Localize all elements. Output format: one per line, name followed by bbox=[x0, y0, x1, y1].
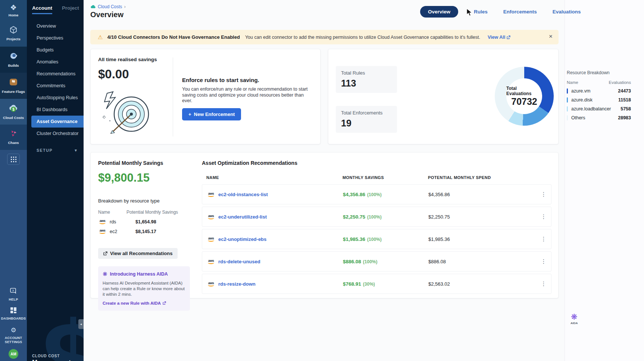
breakdown-subtitle: Breakdown by resource type bbox=[98, 198, 191, 204]
table-row[interactable]: awsrds-delete-unused $886.08(100%) $886.… bbox=[202, 251, 551, 271]
rail-item-help[interactable]: ? HELP bbox=[0, 285, 27, 304]
view-all-recommendations-button[interactable]: View all Recommendations bbox=[98, 248, 178, 259]
resource-breakdown: Resource Breakdown Name Evaluations azur… bbox=[567, 70, 631, 120]
svg-text:$: $ bbox=[12, 107, 15, 112]
rb-col-name: Name bbox=[567, 80, 578, 85]
dashboards-icon bbox=[10, 307, 17, 314]
donut-center: Total Evaluations 70732 bbox=[506, 78, 542, 114]
module-rail: ❖ Home Projects Builds Feature Flags $ C… bbox=[0, 0, 27, 361]
potential-savings-section: Potential Monthly Savings $9,800.15 Brea… bbox=[98, 160, 191, 311]
legend-swatch bbox=[567, 88, 568, 94]
sidebar-item-commitments[interactable]: Commitments bbox=[27, 80, 84, 92]
kebab-menu-icon[interactable]: ⋮ bbox=[540, 191, 547, 198]
dollar-watermark: $ bbox=[42, 305, 84, 361]
enforce-cta-body: You can enforce/run any rule or rule rec… bbox=[182, 87, 311, 104]
ccm-sidebar: Account Project Overview Perspectives Bu… bbox=[27, 0, 84, 361]
rail-item-cloud-costs[interactable]: $ Cloud Costs bbox=[0, 99, 27, 125]
module-grid-button[interactable] bbox=[7, 154, 20, 165]
user-avatar[interactable]: AM bbox=[9, 349, 18, 359]
table-row[interactable]: awsec2-underutilized-list $2,250.75(100%… bbox=[202, 207, 551, 227]
cloud-costs-icon: $ bbox=[9, 104, 18, 113]
pot-col-value: Potential Monthly Savings bbox=[126, 210, 178, 215]
mouse-cursor bbox=[466, 8, 473, 16]
rule-link[interactable]: rds-delete-unused bbox=[218, 259, 260, 264]
col-name: NAME bbox=[206, 175, 343, 180]
help-icon: ? bbox=[10, 288, 17, 295]
banner-close-icon[interactable]: × bbox=[549, 33, 553, 40]
rail-item-builds[interactable]: Builds bbox=[0, 47, 27, 73]
recommendations-card: Potential Monthly Savings $9,800.15 Brea… bbox=[90, 152, 559, 298]
sidebar-collapse-handle[interactable]: ◂ bbox=[78, 319, 84, 329]
recommendations-table: awsec2-old-instances-list $4,356.86(100%… bbox=[202, 184, 551, 294]
legend-row: Others 28983 bbox=[567, 115, 631, 120]
tab-rules[interactable]: Rules bbox=[474, 9, 488, 15]
rail-item-feature-flags[interactable]: Feature Flags bbox=[0, 73, 27, 99]
new-enforcement-button[interactable]: + New Enforcement bbox=[182, 108, 241, 120]
sidebar-item-asset-governance[interactable]: Asset Governance bbox=[31, 116, 84, 128]
dartboard-illustration bbox=[100, 88, 156, 138]
tab-account[interactable]: Account bbox=[32, 5, 52, 14]
kebab-menu-icon[interactable]: ⋮ bbox=[540, 236, 547, 242]
recommendations-title: Asset Optimization Recommendations bbox=[202, 160, 551, 166]
banner-view-all-link[interactable]: View All bbox=[488, 35, 510, 40]
sidebar-item-overview[interactable]: Overview bbox=[27, 20, 84, 32]
rail-item-projects[interactable]: Projects bbox=[0, 21, 27, 47]
table-row[interactable]: awsrds-resize-down $768.91(30%) $2,563.0… bbox=[202, 274, 551, 294]
cloud-costs-breadcrumb-icon bbox=[90, 4, 96, 9]
rail-item-home[interactable]: ❖ Home bbox=[0, 0, 27, 21]
tab-evaluations[interactable]: Evaluations bbox=[553, 9, 581, 15]
sidebar-item-autostopping-rules[interactable]: AutoStopping Rules bbox=[27, 92, 84, 104]
aws-icon: aws bbox=[98, 219, 107, 225]
external-link-icon bbox=[103, 251, 107, 255]
rb-col-evaluations: Evaluations bbox=[609, 80, 631, 85]
grid-icon bbox=[11, 157, 16, 162]
chaos-icon bbox=[9, 129, 18, 138]
evaluations-donut: Total Evaluations 70732 bbox=[495, 67, 554, 126]
sidebar-item-cluster-orchestrator[interactable]: Cluster Orchestrator bbox=[27, 128, 84, 139]
warning-icon: ⚠ bbox=[98, 34, 103, 41]
chevron-down-icon: ▾ bbox=[75, 148, 77, 153]
legend-swatch bbox=[567, 97, 568, 103]
rail-item-account-settings[interactable]: ⚙ ACCOUNT SETTINGS bbox=[0, 324, 27, 347]
kebab-menu-icon[interactable]: ⋮ bbox=[540, 280, 547, 287]
rail-item-dashboards[interactable]: DASHBOARDS bbox=[0, 304, 27, 323]
rule-link[interactable]: ec2-unoptimized-ebs bbox=[218, 236, 266, 242]
aws-icon: aws bbox=[207, 236, 215, 242]
rail-item-chaos[interactable]: Chaos bbox=[0, 125, 27, 150]
sidebar-scope-tabs: Account Project bbox=[27, 0, 84, 14]
sidebar-item-perspectives[interactable]: Perspectives bbox=[27, 32, 84, 44]
aws-icon: aws bbox=[207, 259, 215, 264]
pot-col-name: Name bbox=[98, 210, 110, 215]
rule-link[interactable]: ec2-underutilized-list bbox=[218, 214, 267, 220]
sidebar-item-budgets[interactable]: Budgets bbox=[27, 44, 84, 56]
aida-body: Harness AI Development Assistant (AIDA) … bbox=[103, 280, 185, 297]
governance-tabs: Overview Rules Enforcements Evaluations bbox=[420, 6, 581, 18]
tab-enforcements[interactable]: Enforcements bbox=[503, 9, 537, 15]
tab-overview[interactable]: Overview bbox=[420, 6, 458, 18]
rule-link[interactable]: ec2-old-instances-list bbox=[218, 192, 268, 197]
builds-icon bbox=[9, 51, 18, 60]
aida-floating-button[interactable]: ❋ AIDA bbox=[570, 313, 578, 325]
breadcrumb-cloud-costs-link[interactable]: Cloud Costs bbox=[98, 4, 122, 9]
sidebar-item-anomalies[interactable]: Anomalies bbox=[27, 56, 84, 68]
aida-create-rule-link[interactable]: Create a new Rule with AIDA bbox=[103, 301, 185, 305]
banner-body: You can edit connector to add the missin… bbox=[245, 35, 480, 40]
table-row[interactable]: awsec2-old-instances-list $4,356.86(100%… bbox=[202, 184, 551, 204]
kebab-menu-icon[interactable]: ⋮ bbox=[540, 213, 547, 220]
aws-icon: aws bbox=[207, 281, 215, 287]
enforce-cta-title: Enforce rules to start saving. bbox=[182, 77, 259, 83]
feature-flags-icon bbox=[9, 78, 18, 87]
governance-warning-banner: ⚠ 4/10 Cloud Connectors Do Not Have Gove… bbox=[90, 30, 559, 44]
pot-row-rds: aws rds $1,654.98 bbox=[98, 219, 191, 225]
sidebar-setup-toggle[interactable]: SETUP ▾ bbox=[37, 148, 77, 153]
rule-link[interactable]: rds-resize-down bbox=[218, 281, 256, 287]
table-row[interactable]: awsec2-unoptimized-ebs $1,985.36(100%) $… bbox=[202, 229, 551, 249]
potential-savings-value: $9,800.15 bbox=[98, 171, 191, 185]
sidebar-item-recommendations[interactable]: Recommendations bbox=[27, 68, 84, 80]
realised-savings-label: All time realised savings bbox=[98, 57, 157, 62]
tab-project[interactable]: Project bbox=[62, 5, 79, 14]
sidebar-item-bi-dashboards[interactable]: BI Dashboards bbox=[27, 104, 84, 116]
page-title: Overview bbox=[90, 10, 124, 19]
kebab-menu-icon[interactable]: ⋮ bbox=[540, 258, 547, 265]
legend-swatch bbox=[567, 106, 568, 112]
